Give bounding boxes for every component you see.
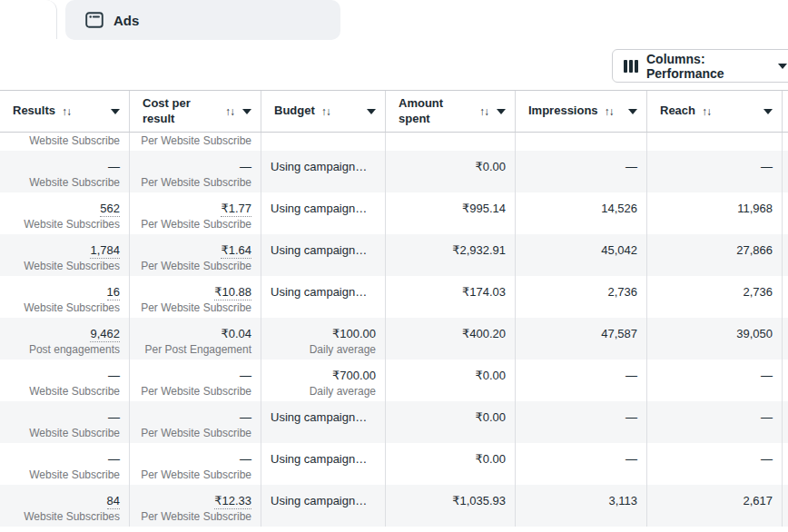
amount-spent-cell: ₹0.00 (386, 360, 516, 401)
sort-icon[interactable]: ↑↓ (225, 105, 234, 118)
budget-label (271, 468, 376, 483)
cost-per-result-label: Per Website Subscribe (139, 510, 251, 525)
results-label: Website Subscribe (9, 385, 120, 399)
amount-spent-value: ₹0.00 (475, 368, 506, 383)
budget-label (271, 427, 376, 441)
budget-value: Using campaign… (271, 493, 367, 508)
results-label: Website Subscribe (9, 468, 120, 483)
table-row[interactable]: — Website Subscribe — Per Website Subscr… (0, 360, 788, 401)
table-row[interactable]: 562 Website Subscribes ₹1.77 Per Website… (0, 192, 788, 234)
results-cell: — Website Subscribe (0, 151, 130, 192)
impressions-value: — (625, 368, 637, 383)
cost-per-result-cell: — Per Website Subscribe (130, 360, 261, 401)
cost-per-result-label: Per Website Subscribe (139, 468, 251, 483)
chevron-down-icon[interactable] (628, 109, 637, 114)
table-body-viewport: Website Subscribe Per Website Subscribe … (0, 133, 788, 532)
budget-value: Using campaign… (271, 201, 367, 216)
budget-cell: Using campaign… (261, 443, 386, 485)
table-row[interactable]: 84 Website Subscribes ₹12.33 Per Website… (0, 485, 788, 527)
row-filler (783, 133, 788, 151)
results-value: 9,462 (90, 326, 120, 342)
cost-per-result-cell: — Per Website Subscribe (130, 401, 261, 443)
column-header-results[interactable]: Results ↑↓ (0, 91, 130, 132)
sort-icon[interactable]: ↑↓ (321, 105, 330, 118)
impressions-cell: — (516, 360, 647, 401)
table-row[interactable]: 1,784 Website Subscribes ₹1.64 Per Websi… (0, 234, 788, 276)
tab-active-partial[interactable] (0, 0, 57, 39)
reach-cell: 11,968 (647, 192, 783, 234)
cost-per-result-value: ₹10.88 (214, 284, 251, 300)
budget-cell: Using campaign… (261, 485, 386, 527)
table-row[interactable]: — Website Subscribe — Per Website Subscr… (0, 443, 788, 485)
cost-per-result-value: — (240, 451, 251, 467)
table-row[interactable]: Website Subscribe Per Website Subscribe (0, 133, 788, 151)
cost-per-result-cell: ₹10.88 Per Website Subscribe (130, 276, 261, 318)
column-label: Amount spent (399, 96, 466, 126)
results-cell: 9,462 Post engagements (0, 318, 130, 360)
results-cell: — Website Subscribe (0, 360, 130, 401)
results-value: — (108, 409, 120, 425)
table-body: Website Subscribe Per Website Subscribe … (0, 133, 788, 527)
tab-ads[interactable]: Ads (65, 0, 340, 40)
results-cell: 562 Website Subscribes (0, 192, 130, 234)
sort-icon[interactable]: ↑↓ (702, 105, 711, 118)
table-row[interactable]: 9,462 Post engagements ₹0.04 Per Post En… (0, 318, 788, 360)
amount-spent-value: ₹995.14 (462, 201, 506, 216)
amount-spent-cell: ₹400.20 (386, 318, 516, 360)
reach-cell: — (647, 401, 783, 443)
column-header-amount-spent[interactable]: Amount spent ↑↓ (386, 91, 516, 132)
cost-per-result-label: Per Website Subscribe (139, 134, 251, 149)
amount-spent-cell: ₹0.00 (386, 151, 516, 192)
sort-icon[interactable]: ↑↓ (605, 105, 614, 118)
cost-per-result-cell: — Per Website Subscribe (130, 443, 261, 485)
budget-cell: Using campaign… (261, 234, 386, 276)
row-filler (783, 360, 788, 401)
table-row[interactable]: — Website Subscribe — Per Website Subscr… (0, 151, 788, 192)
impressions-cell: 45,042 (516, 234, 647, 276)
budget-cell: Using campaign… (261, 192, 386, 234)
cost-per-result-cell: — Per Website Subscribe (130, 151, 261, 192)
table-row[interactable]: — Website Subscribe — Per Website Subscr… (0, 401, 788, 443)
column-label: Results (13, 103, 55, 118)
budget-value: Using campaign… (271, 242, 367, 258)
budget-cell: Using campaign… (261, 151, 386, 192)
chevron-down-icon (778, 64, 787, 69)
row-filler (783, 485, 788, 527)
column-header-reach[interactable]: Reach ↑↓ (647, 91, 783, 132)
budget-value: Using campaign… (271, 284, 367, 300)
sort-icon[interactable]: ↑↓ (62, 105, 71, 118)
reach-cell: 2,617 (647, 485, 783, 527)
columns-button[interactable]: Columns: Performance (612, 49, 788, 83)
ads-window-icon (85, 12, 103, 28)
chevron-down-icon[interactable] (367, 109, 376, 114)
chevron-down-icon[interactable] (763, 109, 773, 114)
results-value: — (108, 451, 120, 467)
amount-spent-cell: ₹0.00 (386, 401, 516, 443)
chevron-down-icon[interactable] (242, 109, 251, 114)
budget-value: Using campaign… (271, 451, 367, 467)
cost-per-result-label: Per Website Subscribe (139, 385, 251, 399)
amount-spent-value: ₹400.20 (462, 326, 506, 341)
budget-label (271, 510, 376, 525)
row-filler (783, 443, 788, 485)
cost-per-result-value: — (240, 368, 251, 383)
chevron-down-icon[interactable] (111, 109, 120, 114)
sort-icon[interactable]: ↑↓ (479, 105, 488, 118)
budget-value: Using campaign… (271, 159, 367, 174)
reach-value: 11,968 (737, 201, 773, 216)
row-filler (783, 401, 788, 443)
reach-value: — (761, 368, 773, 383)
column-header-impressions[interactable]: Impressions ↑↓ (516, 91, 647, 132)
results-value: 16 (107, 284, 120, 300)
results-cell: Website Subscribe (0, 133, 130, 151)
results-label: Post engagements (9, 343, 120, 358)
table-row[interactable]: 16 Website Subscribes ₹10.88 Per Website… (0, 276, 788, 318)
reach-value: — (761, 451, 773, 467)
column-header-budget[interactable]: Budget ↑↓ (261, 91, 386, 132)
cost-per-result-value: ₹0.04 (221, 326, 251, 341)
column-header-cost-per-result[interactable]: Cost per result ↑↓ (130, 91, 261, 132)
tab-bar: Ads (0, 0, 788, 41)
results-value: 84 (107, 493, 120, 509)
impressions-cell: 14,526 (516, 192, 647, 234)
chevron-down-icon[interactable] (497, 109, 506, 114)
